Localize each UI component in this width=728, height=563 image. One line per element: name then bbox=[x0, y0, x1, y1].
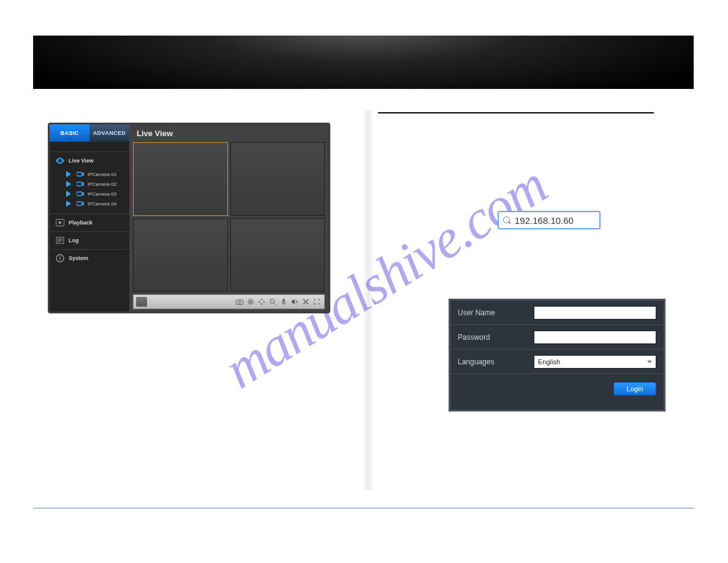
login-panel: User Name Password Languages English Log… bbox=[449, 299, 665, 412]
login-row-password: Password bbox=[450, 325, 664, 350]
spacer bbox=[50, 209, 129, 213]
play-icon bbox=[64, 200, 73, 207]
camera-label: IPCamera 01 bbox=[88, 172, 116, 177]
login-button[interactable]: Login bbox=[613, 382, 656, 396]
password-label: Password bbox=[458, 333, 528, 342]
svg-point-0 bbox=[59, 160, 61, 162]
nvr-sidebar: BASIC ADVANCED Live View IPCamera 01 IPC… bbox=[50, 124, 129, 312]
ptz-icon[interactable] bbox=[257, 297, 267, 307]
tab-advanced[interactable]: ADVANCED bbox=[89, 124, 129, 142]
spacer bbox=[50, 142, 129, 151]
sidebar-item-label: Playback bbox=[69, 220, 93, 226]
eye-icon bbox=[56, 157, 64, 164]
camera-icon bbox=[76, 170, 85, 178]
svg-rect-2 bbox=[77, 182, 82, 186]
username-label: User Name bbox=[458, 308, 528, 317]
page-header-banner bbox=[33, 36, 694, 89]
sidebar-item-live-view[interactable]: Live View bbox=[50, 151, 129, 169]
video-toolbar bbox=[133, 294, 325, 309]
address-value: 192.168.10.60 bbox=[515, 215, 574, 226]
video-grid bbox=[133, 142, 325, 292]
nvr-tabs: BASIC ADVANCED bbox=[50, 124, 129, 142]
sidebar-item-label: Live View bbox=[69, 158, 94, 164]
log-icon bbox=[56, 237, 64, 244]
nvr-main: Live View bbox=[129, 124, 328, 312]
svg-rect-8 bbox=[59, 258, 60, 260]
tab-basic[interactable]: BASIC bbox=[50, 124, 89, 142]
camera-icon bbox=[76, 190, 85, 197]
camera-icon bbox=[76, 180, 85, 188]
snapshot-icon[interactable] bbox=[235, 297, 245, 307]
login-row-language: Languages English bbox=[450, 350, 664, 374]
video-cell-3[interactable] bbox=[133, 218, 228, 292]
svg-rect-9 bbox=[59, 256, 60, 257]
search-icon bbox=[503, 216, 511, 224]
svg-rect-1 bbox=[77, 172, 82, 176]
layout-button[interactable] bbox=[136, 297, 147, 307]
camera-icon bbox=[76, 200, 85, 207]
play-icon bbox=[64, 180, 73, 188]
page-gutter bbox=[363, 110, 374, 491]
sidebar-item-label: Log bbox=[69, 237, 79, 243]
camera-label: IPCamera 02 bbox=[88, 182, 116, 187]
footer-divider bbox=[33, 508, 694, 508]
video-cell-4[interactable] bbox=[230, 218, 325, 292]
login-row-username: User Name bbox=[450, 301, 664, 325]
camera-item[interactable]: IPCamera 01 bbox=[50, 169, 129, 179]
nvr-live-view-panel: BASIC ADVANCED Live View IPCamera 01 IPC… bbox=[48, 123, 330, 313]
camera-item[interactable]: IPCamera 03 bbox=[50, 189, 129, 199]
svg-rect-15 bbox=[283, 299, 285, 302]
close-icon[interactable] bbox=[301, 297, 311, 307]
record-icon[interactable] bbox=[246, 297, 256, 307]
mic-icon[interactable] bbox=[279, 297, 289, 307]
sidebar-item-log[interactable]: Log bbox=[50, 231, 129, 249]
svg-rect-10 bbox=[237, 300, 243, 305]
sidebar-item-system[interactable]: System bbox=[50, 249, 129, 267]
language-select[interactable]: English bbox=[534, 355, 656, 369]
svg-point-13 bbox=[249, 301, 251, 302]
play-icon bbox=[64, 170, 73, 178]
play-icon bbox=[64, 190, 73, 197]
zoom-icon[interactable] bbox=[268, 297, 278, 307]
sidebar-item-label: System bbox=[69, 255, 88, 261]
browser-address-bar[interactable]: 192.168.10.60 bbox=[498, 211, 601, 229]
info-icon bbox=[56, 255, 64, 262]
mute-icon[interactable] bbox=[290, 297, 300, 307]
svg-point-14 bbox=[270, 299, 275, 304]
camera-item[interactable]: IPCamera 02 bbox=[50, 179, 129, 189]
language-value: English bbox=[538, 358, 560, 366]
svg-rect-4 bbox=[77, 202, 82, 205]
divider bbox=[378, 112, 654, 113]
video-cell-1[interactable] bbox=[133, 142, 228, 216]
video-cell-2[interactable] bbox=[230, 142, 325, 216]
username-input[interactable] bbox=[534, 306, 656, 320]
language-label: Languages bbox=[458, 358, 528, 366]
svg-rect-3 bbox=[77, 192, 82, 196]
camera-label: IPCamera 04 bbox=[88, 201, 116, 207]
svg-point-11 bbox=[238, 301, 241, 304]
fullscreen-icon[interactable] bbox=[312, 297, 322, 307]
camera-item[interactable]: IPCamera 04 bbox=[50, 199, 129, 209]
sidebar-item-playback[interactable]: Playback bbox=[50, 213, 129, 231]
camera-label: IPCamera 03 bbox=[88, 191, 116, 197]
login-actions: Login bbox=[450, 374, 664, 404]
playback-icon bbox=[56, 219, 64, 226]
live-view-title: Live View bbox=[129, 124, 328, 140]
password-input[interactable] bbox=[534, 331, 656, 344]
